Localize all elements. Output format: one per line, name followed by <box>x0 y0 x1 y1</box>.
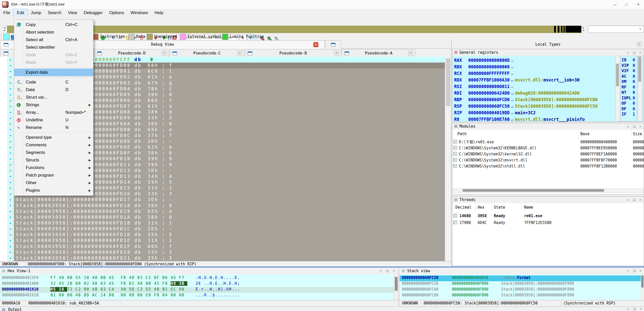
module-path[interactable]: C:\WINDOWS\System32\ntdll.dll <box>459 164 525 168</box>
tab-pseudocode-a[interactable]: Pseudocode-A✕ <box>342 49 416 57</box>
listing-row[interactable]: Stack[00003958]:000000000060FD17db2Dh;- <box>14 197 445 203</box>
maximize-panel-icon[interactable]: □ <box>626 50 631 55</box>
stack-row[interactable]: 000000000060FC68000000000060F890Stack[00… <box>400 293 641 299</box>
menu-item-array[interactable]: []Array...Numpad+* <box>14 109 93 116</box>
hex-row[interactable]: 0000000000401610451872C2904883C4305DC355… <box>0 287 394 293</box>
stack-view-header[interactable]: ◎ Stack view □ ❏ × <box>400 267 644 275</box>
register-row[interactable]: RCX00000000FFFFFFFF↵ <box>454 71 515 76</box>
float-panel-icon[interactable]: ❏ <box>632 50 637 55</box>
maximize-panel-icon[interactable]: □ <box>626 198 631 202</box>
thread-decimal[interactable]: 27980 <box>459 220 471 225</box>
maximize-panel-icon[interactable]: □ <box>626 124 631 129</box>
listing-row[interactable]: Stack[00003958]:000000000060FD1Edb31h;1 <box>14 238 445 243</box>
menu-item-rename[interactable]: ✎RenameN <box>14 124 93 131</box>
flag-row[interactable]: AC0 <box>622 74 626 79</box>
tab-pseudocode-b[interactable]: Pseudocode-B✕ <box>245 49 341 57</box>
menu-item-code[interactable]: CCodeC <box>14 78 93 86</box>
menu-file[interactable]: File <box>0 9 13 17</box>
stack-dump[interactable]: 000000000060FC500000000000405016.rdata:F… <box>400 274 641 300</box>
threads-header[interactable]: ▤ Threads □ ❏ × <box>452 196 644 203</box>
close-tab-icon[interactable]: ✕ <box>334 51 339 56</box>
flag-row[interactable]: IF1 <box>622 112 626 117</box>
listing-row[interactable]: Stack[00003958]:000000000060FD1Fdb66h;f <box>14 244 445 249</box>
menu-item-plugins[interactable]: Plugins▶ <box>14 187 93 194</box>
module-path[interactable]: C:\WINDOWS\System32\KERNELBASE.dll <box>459 146 536 150</box>
listing-scrollbar[interactable] <box>445 57 451 261</box>
menu-item-strings[interactable]: CStrings▶ <box>14 101 93 109</box>
menu-item-segments[interactable]: Segments▶ <box>14 149 93 156</box>
flag-row[interactable]: VM0 <box>622 79 626 84</box>
jump-arrow-icon[interactable]: ↵ <box>511 71 513 76</box>
local-types-header[interactable]: Local Types ✕ <box>451 40 644 48</box>
thread-decimal[interactable]: 14680 <box>459 214 471 218</box>
maximize-panel-icon[interactable]: □ <box>378 269 383 273</box>
maximize-button[interactable]: □ <box>621 0 632 9</box>
tab-pseudocode-d[interactable]: Pseudocode-D✕ <box>94 49 169 57</box>
flag-row[interactable]: OF0 <box>622 101 626 106</box>
stack-row[interactable]: 000000000060FC500000000000405016.rdata:F… <box>400 275 641 281</box>
flag-row[interactable]: IOPL0 <box>622 96 631 100</box>
jump-arrow-icon[interactable]: ↵ <box>511 58 513 63</box>
stack-row[interactable]: 000000000060FC58000000000060FB90Stack[00… <box>400 281 641 287</box>
flag-row[interactable]: ID0 <box>622 58 626 62</box>
close-tab-icon[interactable]: ✕ <box>162 51 167 56</box>
jump-arrow-icon[interactable]: ↵ <box>511 91 513 96</box>
flag-row[interactable]: RF0 <box>622 85 626 90</box>
hex-scrollbar[interactable] <box>394 274 399 300</box>
menu-item-select-identifier[interactable]: Select identifier <box>14 44 93 51</box>
close-button[interactable]: × <box>632 0 644 9</box>
flag-row[interactable]: DF0 <box>622 106 626 111</box>
hex-row[interactable]: 0000000000401620010000488DAC2480000000E8… <box>0 293 394 299</box>
close-icon[interactable]: ✕ <box>637 42 642 47</box>
register-row[interactable]: R800007FFBF100E7A0↵msvcrt.dll:msvcrt___p… <box>454 117 585 122</box>
minimize-button[interactable]: — <box>609 0 621 9</box>
jump-arrow-icon[interactable]: ↵ <box>511 104 513 109</box>
float-panel-icon[interactable]: ❏ <box>385 269 390 273</box>
menu-windows[interactable]: Windows <box>127 9 151 17</box>
hex-dump[interactable]: 00000000004015F0F7488B5510488B45F84801C2… <box>0 274 394 300</box>
close-panel-icon[interactable]: × <box>638 198 643 202</box>
menu-search[interactable]: Search <box>44 9 65 17</box>
modules-hscrollbar[interactable] <box>453 188 643 193</box>
listing-row[interactable]: Stack[00003958]:000000000060FD19db65h;e <box>14 209 445 214</box>
menu-options[interactable]: Options <box>106 9 127 17</box>
hex-view-header[interactable]: ◎ Hex View-1 □ ❏ × <box>0 267 398 275</box>
register-row[interactable]: RBX0000000000000008↵ <box>454 64 515 69</box>
maximize-panel-icon[interactable]: □ <box>626 269 631 273</box>
menu-item-abort-selection[interactable]: Abort selection <box>14 29 93 36</box>
modules-header[interactable]: ▦ Modules □ ❏ × <box>452 123 644 130</box>
general-registers-header[interactable]: ▥ General registers □ ❏ × <box>452 49 644 56</box>
threads-col-hex[interactable]: Hex <box>478 205 484 210</box>
navband-left-arrow-icon[interactable]: ◂▸ <box>4 26 6 31</box>
menu-item-struct-var[interactable]: {}Struct var... <box>14 94 93 101</box>
menu-item-select-all[interactable]: Select allCtrl+A <box>14 36 93 44</box>
menu-item-patch-program[interactable]: Patch program▶ <box>14 172 93 179</box>
module-path[interactable]: D:\下载\re01.exe <box>459 140 494 145</box>
menu-jump[interactable]: Jump <box>28 9 45 17</box>
menu-debugger[interactable]: Debugger <box>81 9 106 17</box>
listing-row[interactable]: Stack[00003958]:000000000060FD18db38h;8 <box>14 203 445 209</box>
maximize-panel-icon[interactable]: □ <box>625 307 630 311</box>
jump-arrow-icon[interactable]: ↵ <box>511 78 513 82</box>
flags-panel[interactable]: ID0VIP0VIF0AC0VM0RF0NT0IOPL0OF0DF0IF1 <box>620 56 637 122</box>
menu-item-undefine[interactable]: UndefineU <box>14 116 93 124</box>
threads-col-state[interactable]: State <box>494 205 505 210</box>
jump-arrow-icon[interactable]: ↵ <box>511 84 513 89</box>
register-row[interactable]: RAX000000000000000D↵ <box>454 58 515 63</box>
flags-scrollbar[interactable] <box>637 56 642 122</box>
close-tab-icon[interactable]: ✕ <box>408 51 413 56</box>
close-panel-icon[interactable]: × <box>638 50 643 55</box>
float-panel-icon[interactable]: ❏ <box>632 198 637 202</box>
stack-row[interactable]: 000000000060FC60000000000060F890Stack[00… <box>400 287 641 293</box>
stack-scrollbar[interactable] <box>641 274 644 300</box>
float-panel-icon[interactable]: ❏ <box>632 307 637 311</box>
modules-col-size[interactable]: Size <box>633 132 642 136</box>
menu-item-operand-type[interactable]: Operand type▶ <box>14 134 93 141</box>
close-panel-icon[interactable]: × <box>638 124 643 129</box>
threads-col-decimal[interactable]: Decimal <box>455 205 471 210</box>
listing-row[interactable]: Stack[00003958]:000000000060FD21db35h;5 <box>14 255 445 261</box>
hex-row[interactable]: 00000000004016003245208802488345F801488B… <box>0 281 394 287</box>
menu-item-copy[interactable]: CopyCtrl+C <box>14 21 93 29</box>
register-row[interactable]: RBP000000000060FCD0↵Stack[00003958]:0000… <box>454 97 598 102</box>
close-panel-icon[interactable]: × <box>638 269 643 273</box>
